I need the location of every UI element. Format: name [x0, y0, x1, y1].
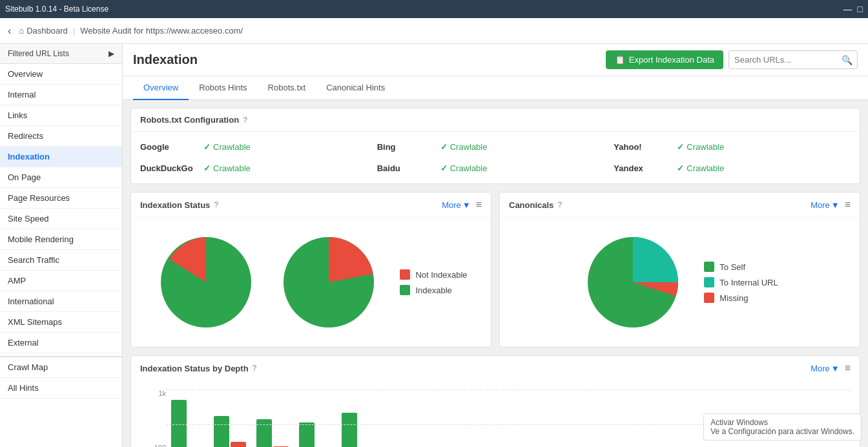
legend-item-not-indexable: Not Indexable	[400, 269, 467, 280]
canonicals-title: Canonicals ?	[509, 200, 563, 210]
indexation-status-actions: More ▼ ≡	[442, 199, 482, 211]
sidebar-item-links[interactable]: Links	[0, 105, 122, 126]
robots-config-header: Robots.txt Configuration ?	[131, 109, 860, 132]
canonicals-pie-container: To Self To Internal URL Missing	[581, 231, 778, 334]
duckduckgo-status: ✓ Crawlable	[203, 163, 251, 173]
search-input[interactable]	[728, 50, 858, 69]
depth-bar-pair-3	[256, 419, 289, 447]
depth-menu-icon[interactable]: ≡	[845, 362, 851, 374]
legend-item-indexable: Indexable	[400, 285, 467, 295]
page-header-right: 📋 Export Indexation Data 🔍	[606, 50, 858, 69]
canonicals-chart-body: To Self To Internal URL Missing	[500, 218, 860, 347]
minimize-button[interactable]: —	[843, 4, 852, 14]
indexation-more-button[interactable]: More ▼	[442, 200, 471, 210]
pie-svg	[277, 231, 380, 334]
legend-color-missing	[704, 293, 714, 303]
baidu-status: ✓ Crawlable	[440, 163, 488, 173]
indexable-bar-4	[299, 422, 315, 447]
indexation-status-header: Indexation Status ? More ▼ ≡	[131, 192, 491, 218]
charts-row: Indexation Status ? More ▼ ≡	[130, 192, 860, 348]
dashboard-label: Dashboard	[26, 26, 68, 36]
canonicals-help-icon[interactable]: ?	[557, 200, 562, 209]
bing-status: ✓ Crawlable	[440, 142, 488, 152]
depth-card-title: Indexation Status by Depth ?	[140, 364, 257, 373]
nav-divider: |	[73, 26, 75, 36]
sidebar-item-internal[interactable]: Internal	[0, 85, 122, 105]
sidebar-item-site-speed[interactable]: Site Speed	[0, 209, 122, 229]
sidebar-item-overview[interactable]: Overview	[0, 64, 122, 85]
pie-container: Not Indexable Indexable	[154, 231, 467, 334]
indexation-status-help-icon[interactable]: ?	[214, 200, 218, 209]
canonicals-more-chevron: ▼	[831, 200, 840, 210]
sidebar-item-redirects[interactable]: Redirects	[0, 126, 122, 147]
watermark: Activar Windows Ve a Configuración para …	[703, 413, 862, 441]
tab-robots-txt[interactable]: Robots.txt	[258, 76, 316, 100]
depth-bar-group-2	[214, 416, 246, 447]
more-chevron: ▼	[462, 200, 471, 210]
check-icon-yahoo: ✓	[677, 142, 684, 152]
pie-chart-wrapper	[277, 231, 380, 334]
depth-more-chevron: ▼	[831, 364, 840, 373]
app-layout: Filtered URL Lists ▶ Overview Internal L…	[0, 44, 868, 447]
audit-url: Website Audit for https://www.acceseo.co…	[80, 26, 243, 36]
sidebar-item-all-hints[interactable]: All Hints	[0, 378, 122, 399]
robots-row-yahoo: Yahoo! ✓ Crawlable	[614, 138, 851, 156]
dashboard-link[interactable]: ⌂ Dashboard	[19, 26, 67, 36]
page-title: Indexation	[133, 52, 198, 67]
canonicals-more-button[interactable]: More ▼	[811, 200, 840, 210]
sidebar-item-indexation[interactable]: Indexation	[0, 147, 122, 167]
canonicals-menu-icon[interactable]: ≡	[845, 199, 851, 211]
indexable-bar-1	[171, 400, 187, 447]
check-icon-google: ✓	[203, 142, 211, 152]
sidebar-item-mobile-rendering[interactable]: Mobile Rendering	[0, 229, 122, 250]
depth-bar-pair-1	[171, 400, 203, 447]
depth-more-button[interactable]: More ▼	[811, 364, 840, 373]
canonicals-card: Canonicals ? More ▼ ≡	[499, 192, 860, 348]
indexation-status-title: Indexation Status ?	[140, 200, 219, 210]
indexation-pie-chart	[154, 231, 258, 334]
app-title: Sitebulb 1.0.14 - Beta License	[5, 5, 108, 14]
yahoo-status: ✓ Crawlable	[677, 142, 724, 152]
indexation-legend: Not Indexable Indexable	[400, 269, 467, 295]
tab-robots-hints[interactable]: Robots Hints	[189, 76, 257, 100]
robots-row-bing: Bing ✓ Crawlable	[377, 138, 614, 156]
legend-color-indexable	[400, 285, 410, 295]
sidebar-item-on-page[interactable]: On Page	[0, 167, 122, 188]
check-icon-baidu: ✓	[440, 163, 448, 173]
depth-help-icon[interactable]: ?	[253, 364, 257, 373]
legend-item-to-self: To Self	[704, 262, 778, 272]
export-button[interactable]: 📋 Export Indexation Data	[606, 50, 723, 69]
robots-config-card: Robots.txt Configuration ? Google ✓ Craw…	[130, 108, 860, 184]
depth-actions: More ▼ ≡	[811, 362, 851, 374]
content-area: Robots.txt Configuration ? Google ✓ Craw…	[123, 100, 868, 447]
title-bar: Sitebulb 1.0.14 - Beta License — □	[0, 0, 868, 18]
search-icon: 🔍	[842, 55, 852, 65]
maximize-button[interactable]: □	[858, 4, 863, 14]
robots-row-google: Google ✓ Crawlable	[140, 138, 377, 156]
indexation-status-card: Indexation Status ? More ▼ ≡	[130, 192, 491, 348]
canonicals-pie-wrapper	[581, 231, 685, 334]
indexable-bar-3	[256, 419, 272, 447]
sidebar-item-international[interactable]: International	[0, 291, 122, 312]
sidebar-item-page-resources[interactable]: Page Resources	[0, 188, 122, 209]
home-icon: ⌂	[19, 26, 24, 36]
sidebar-item-amp[interactable]: AMP	[0, 271, 122, 291]
filtered-url-lists[interactable]: Filtered URL Lists ▶	[0, 44, 122, 64]
legend-item-to-internal: To Internal URL	[704, 277, 778, 287]
tab-overview[interactable]: Overview	[133, 76, 189, 100]
sidebar-item-crawl-map[interactable]: Crawl Map	[0, 357, 122, 378]
sidebar-item-external[interactable]: External	[0, 333, 122, 353]
back-button[interactable]: ‹	[5, 23, 14, 39]
robots-row-duckduckgo: DuckDuckGo ✓ Crawlable	[140, 160, 377, 177]
indexation-menu-icon[interactable]: ≡	[476, 199, 482, 211]
tab-canonical-hints[interactable]: Canonical Hints	[316, 76, 395, 100]
robots-config-help-icon[interactable]: ?	[243, 116, 247, 125]
page-header: Indexation 📋 Export Indexation Data 🔍	[123, 44, 868, 76]
canonicals-pie-svg	[581, 231, 685, 334]
sidebar-item-xml-sitemaps[interactable]: XML Sitemaps	[0, 312, 122, 333]
sidebar-item-search-traffic[interactable]: Search Traffic	[0, 250, 122, 271]
robots-config-title: Robots.txt Configuration	[140, 115, 239, 125]
indexation-status-chart-body: Not Indexable Indexable	[131, 218, 491, 347]
legend-item-missing: Missing	[704, 293, 778, 303]
depth-bar-group-5	[342, 413, 374, 447]
